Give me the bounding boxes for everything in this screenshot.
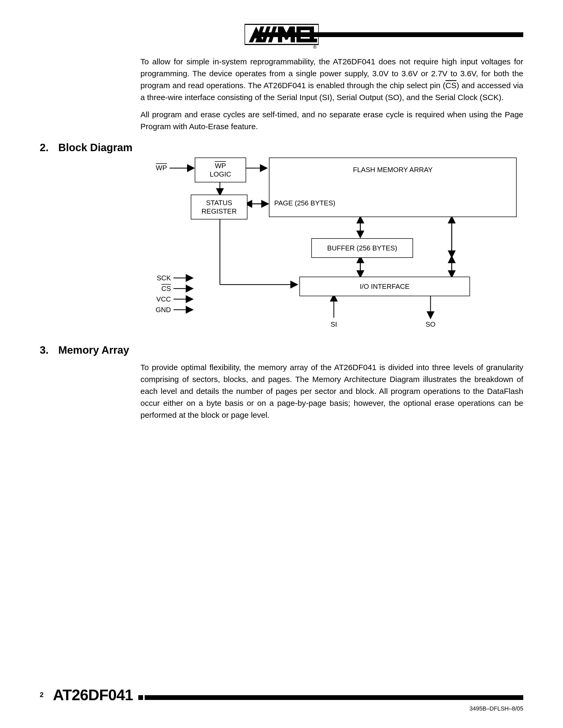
page-footer: 2 AT26DF041 3495B–DFLSH–8/05 xyxy=(40,686,523,712)
section-3-heading: 3. Memory Array xyxy=(40,344,523,356)
intro-block: To allow for simple in-system reprogramm… xyxy=(140,56,523,132)
buffer-label: BUFFER (256 BYTES) xyxy=(327,244,397,253)
footer-docid: 3495B–DFLSH–8/05 xyxy=(40,705,523,712)
footer-part-number: AT26DF041 xyxy=(53,686,133,704)
status-register-label-bot: REGISTER xyxy=(202,207,237,216)
footer-rule-square xyxy=(138,695,143,700)
flash-memory-box: FLASH MEMORY ARRAY xyxy=(269,158,517,217)
cs-overline: CS xyxy=(445,81,457,90)
section-2-title: Block Diagram xyxy=(58,142,132,154)
section-2-heading: 2. Block Diagram xyxy=(40,142,523,154)
wp-logic-box: WP LOGIC xyxy=(195,158,246,182)
gnd-label: GND xyxy=(148,306,171,314)
page-label: PAGE (256 BYTES) xyxy=(274,199,336,207)
registered-mark-text: ® xyxy=(313,44,316,50)
block-diagram: WP WP LOGIC STATUS REGISTER FLASH MEMORY… xyxy=(140,158,523,335)
io-interface-label: I/O INTERFACE xyxy=(360,282,410,291)
footer-rule xyxy=(145,695,523,700)
section-3-number: 3. xyxy=(40,344,58,356)
wp-logic-label-bot: LOGIC xyxy=(210,170,231,179)
footer-page-number: 2 xyxy=(40,691,43,699)
wp-logic-label-top: WP xyxy=(215,161,226,170)
wp-pin-label: WP xyxy=(148,164,167,172)
section-3-title: Memory Array xyxy=(58,344,129,356)
page-header: ® xyxy=(40,19,523,50)
intro-paragraph-2: All program and erase cycles are self-ti… xyxy=(140,109,523,132)
si-label: SI xyxy=(330,320,338,329)
page-container: ® To allow for simple in-system reprogra… xyxy=(0,0,563,728)
vcc-label: VCC xyxy=(148,295,171,303)
buffer-box: BUFFER (256 BYTES) xyxy=(311,238,413,258)
io-interface-box: I/O INTERFACE xyxy=(300,277,470,296)
intro-paragraph-1: To allow for simple in-system reprogramm… xyxy=(140,56,523,103)
header-rule xyxy=(254,32,523,37)
status-register-label-top: STATUS xyxy=(206,199,232,207)
cs-label: CS xyxy=(148,285,171,293)
flash-memory-label: FLASH MEMORY ARRAY xyxy=(353,165,433,174)
section-2-number: 2. xyxy=(40,142,58,154)
status-register-box: STATUS REGISTER xyxy=(191,195,247,219)
memory-array-paragraph: To provide optimal flexibility, the memo… xyxy=(140,361,523,421)
memory-array-block: To provide optimal flexibility, the memo… xyxy=(140,361,523,421)
so-label: SO xyxy=(425,320,436,329)
sck-label: SCK xyxy=(148,274,171,282)
footer-top-row: 2 AT26DF041 xyxy=(40,686,523,704)
